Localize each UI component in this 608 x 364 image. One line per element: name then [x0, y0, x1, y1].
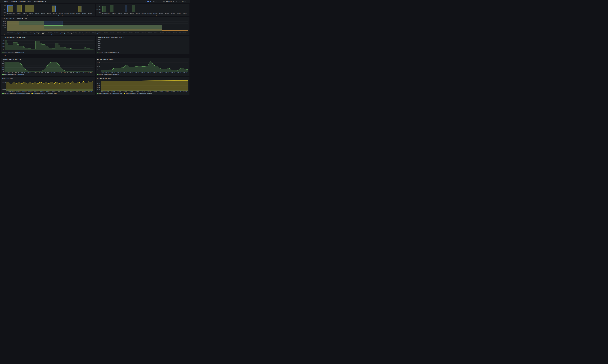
legend-item[interactable]: prestodb-coordinator-8f7f7cfb8-mrww8 - h…	[97, 93, 122, 94]
queries-failed-chart[interactable]: 0.02 ops/s0.01 ops/s0 ops/s11:18:0011:19…	[96, 4, 189, 14]
legend-item[interactable]: prestodb-coordinator-8f7f7cfb8-mrww8 - p…	[29, 33, 53, 35]
breadcrumb-item-home[interactable]: Home	[4, 1, 8, 2]
svg-text:30 s: 30 s	[2, 40, 5, 41]
panel-header[interactable]: CPU input throughput - one minute count	[96, 36, 189, 39]
svg-text:11:24:00: 11:24:00	[135, 13, 140, 14]
refresh-interval-picker[interactable]: 30s	[181, 0, 186, 3]
legend-swatch	[97, 15, 99, 15]
menu-button[interactable]	[1, 0, 3, 3]
legend-item[interactable]: prestodb-coordinator-8f7f7cfb8-mrww8 - a…	[124, 14, 153, 16]
legend-item[interactable]: prestodb-coordinator-8f7f7cfb8-mrww8 - p…	[55, 33, 80, 35]
panel-header[interactable]: Garbage collection count / 15s	[1, 58, 95, 60]
svg-text:11:32:00: 11:32:00	[183, 13, 187, 14]
zoom-out-button[interactable]	[175, 0, 177, 3]
info-icon	[22, 59, 23, 60]
dashboard-settings-button[interactable]	[156, 0, 158, 3]
panel-header[interactable]: Memory committed	[96, 77, 189, 79]
panel-gc-count: Garbage collection count / 15s 32.82.62.…	[1, 58, 95, 76]
menu-icon	[1, 1, 3, 2]
svg-text:11:31:00: 11:31:00	[82, 50, 86, 52]
svg-text:11:32:00: 11:32:00	[88, 91, 92, 92]
legend-swatch	[60, 15, 62, 15]
svg-text:11:20:00: 11:20:00	[112, 13, 116, 14]
legend-item[interactable]: prestodb-coordinator-8f7f7cfb8-mrww8 - c…	[2, 14, 30, 16]
legend-item[interactable]: prestodb-coordinator-8f7f7cfb8-mrww8 - h…	[31, 93, 57, 94]
legend-item[interactable]: prestodb-coordinator-8f7f7cfb8-mrww8 - n…	[124, 93, 152, 94]
scrollbar[interactable]	[190, 3, 190, 95]
svg-text:11:19:00: 11:19:00	[9, 50, 13, 52]
cpu-time-consumed-legend: prestodb-coordinator-8f7f7cfb8-mrww8	[1, 52, 95, 54]
svg-text:11:29:00: 11:29:00	[142, 31, 145, 33]
panel-memory-committed: Memory committed 800 MB750 MB700 MB650 M…	[96, 77, 190, 95]
breadcrumb-separator: ›	[32, 1, 32, 2]
collapse-toolbar-button[interactable]	[187, 0, 189, 3]
svg-text:0 s: 0 s	[3, 49, 5, 51]
query-execution-time-chart[interactable]: 2.08 min1.67 min1.25 min50 s25 s11:18:00…	[1, 20, 189, 33]
panel-header[interactable]: Memory used	[1, 77, 95, 79]
legend-label: prestodb-coordinator-8f7f7cfb8-mrww8 - n…	[126, 93, 152, 94]
legend-item[interactable]: prestodb-coordinator-8f7f7cfb8-mrww8 - n…	[2, 93, 30, 94]
svg-text:11:22:00: 11:22:00	[123, 91, 127, 92]
memory-committed-chart[interactable]: 800 MB750 MB700 MB650 MB600 MB11:18:0011…	[96, 79, 189, 92]
svg-text:11:24:00: 11:24:00	[40, 91, 44, 92]
gc-count-chart[interactable]: 32.82.62.42.2211:18:0011:19:0011:20:0011…	[1, 60, 95, 74]
breadcrumb-item-presto-coordinator[interactable]: Presto coordinator	[33, 1, 44, 2]
queries-started-chart[interactable]: 1 ops/s0.5 ops/s0 ops/s11:18:0011:19:001…	[1, 4, 95, 14]
legend-item[interactable]: prestodb-coordinator-8f7f7cfb8-mrww8	[97, 74, 119, 75]
time-range-picker[interactable]: Last 15 minutes	[160, 0, 174, 3]
scrollbar-thumb[interactable]	[190, 16, 190, 32]
panel-header[interactable]: CPU time consumed - one minute rate	[1, 36, 95, 39]
panel-memory-used: Memory used 600 MB400 MB200 MB11:18:0011…	[1, 77, 95, 95]
legend-item[interactable]: prestodb-coordinator-8f7f7cfb8-mrww8	[97, 52, 119, 53]
panel-header[interactable]: Query execution time - one minute count	[1, 17, 189, 20]
svg-text:11:27:00: 11:27:00	[153, 72, 157, 73]
memory-used-chart[interactable]: 600 MB400 MB200 MB11:18:0011:19:0011:20:…	[1, 79, 95, 92]
legend-item[interactable]: prestodb-coordinator-8f7f7cfb8-mrww8 - c…	[154, 14, 182, 16]
svg-text:11:32:00: 11:32:00	[88, 72, 92, 73]
svg-text:20 s: 20 s	[2, 43, 5, 44]
svg-text:2.2: 2.2	[2, 69, 4, 70]
svg-text:11:25:00: 11:25:00	[141, 91, 145, 92]
svg-text:50 s: 50 s	[4, 27, 6, 28]
add-button[interactable]: Add	[144, 0, 152, 3]
legend-swatch	[2, 15, 4, 15]
svg-text:11:23:30: 11:23:30	[73, 31, 77, 33]
svg-text:11:32:00: 11:32:00	[179, 31, 183, 33]
panel-title: CPU time consumed - one minute rate	[2, 37, 26, 38]
svg-text:11:32:00: 11:32:00	[183, 91, 187, 92]
legend-item[interactable]: prestodb-coordinator-8f7f7cfb8-mrww8 - p…	[2, 33, 27, 35]
gc-duration-chart[interactable]: 300 ms200 ms100 ms11:18:0011:19:0011:20:…	[96, 60, 189, 74]
cpu-input-throughput-chart[interactable]: 100 B/s80 B/s60 B/s40 B/s20 B/s0 B/s11:1…	[96, 39, 189, 52]
queries-failed-legend: prestodb-coordinator-8f7f7cfb8-mrww8 - f…	[96, 14, 189, 16]
svg-text:11:20:00: 11:20:00	[16, 91, 20, 92]
legend-label: prestodb-coordinator-8f7f7cfb8-mrww8 - n…	[4, 93, 30, 94]
share-button[interactable]	[45, 0, 47, 3]
save-dashboard-button[interactable]	[153, 0, 155, 3]
dashboard: 1 ops/s0.5 ops/s0 ops/s11:18:0011:19:001…	[0, 3, 190, 96]
jvm-metrics-section-toggle[interactable]: JVM metrics	[1, 55, 189, 57]
panel-queries-started: 1 ops/s0.5 ops/s0 ops/s11:18:0011:19:001…	[1, 4, 95, 16]
svg-text:11:30:00: 11:30:00	[171, 72, 175, 73]
svg-text:11:25:30: 11:25:30	[98, 31, 102, 33]
legend-item[interactable]: prestodb-coordinator-8f7f7cfb8-mrww8 - r…	[32, 14, 59, 16]
svg-text:11:31:00: 11:31:00	[177, 50, 181, 52]
legend-item[interactable]: prestodb-coordinator-8f7f7cfb8-mrww8	[2, 74, 24, 75]
legend-item[interactable]: prestodb-coordinator-8f7f7cfb8-mrww8 - s…	[60, 14, 87, 16]
legend-item[interactable]: prestodb-coordinator-8f7f7cfb8-mrww8 - p…	[81, 33, 106, 35]
cpu-time-consumed-chart[interactable]: 30 s20 s10 s0 s11:18:0011:19:0011:20:001…	[1, 39, 95, 52]
svg-text:11:32:00: 11:32:00	[183, 50, 187, 52]
legend-item[interactable]: prestodb-coordinator-8f7f7cfb8-mrww8 - f…	[97, 14, 123, 16]
breadcrumb-item-dashboards[interactable]: Dashboards	[10, 1, 17, 2]
svg-text:11:18:00: 11:18:00	[101, 91, 105, 92]
refresh-button[interactable]	[178, 0, 181, 3]
svg-text:25 s: 25 s	[4, 28, 6, 30]
svg-text:600 MB: 600 MB	[2, 82, 6, 83]
svg-text:11:19:00: 11:19:00	[105, 50, 109, 52]
svg-text:11:23:00: 11:23:00	[129, 91, 133, 92]
info-icon	[109, 78, 111, 79]
svg-text:11:28:00: 11:28:00	[159, 13, 163, 14]
panel-header[interactable]: Garbage collection duration	[96, 58, 189, 60]
panel-title: CPU input throughput - one minute count	[97, 37, 122, 38]
legend-item[interactable]: prestodb-coordinator-8f7f7cfb8-mrww8	[2, 52, 24, 53]
breadcrumb-item-integration-presto[interactable]: Integration - Presto	[19, 1, 31, 2]
